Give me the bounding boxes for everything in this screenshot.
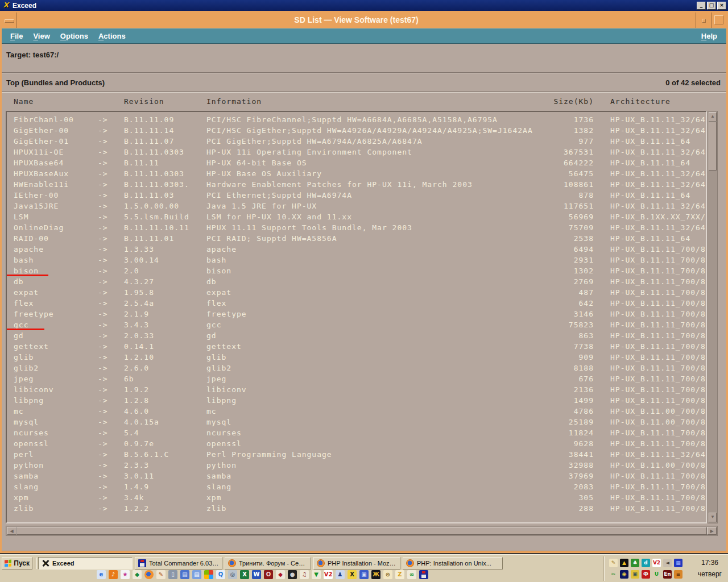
- red-diamond-icon[interactable]: ◆: [276, 570, 285, 579]
- table-row[interactable]: HPUXBaseAux->B.11.11.0303HP-UX Base OS A…: [7, 168, 706, 179]
- quicktime-icon[interactable]: Q: [216, 570, 225, 579]
- table-row[interactable]: apache->1.3.33apache6494HP-UX_B.11.11_70…: [7, 244, 706, 255]
- table-row[interactable]: freetype->2.1.9freetype3146HP-UX_B.11.11…: [7, 309, 706, 319]
- table-row[interactable]: ncurses->5.4ncurses11824HP-UX_B.11.11_70…: [7, 427, 706, 438]
- excel-icon[interactable]: X: [240, 570, 249, 579]
- task-total-commander[interactable]: Total Commander 6.03a ...: [135, 557, 222, 569]
- table-row[interactable]: bison->2.0bison1302HP-UX_B.11.11_700/80: [7, 265, 706, 276]
- notepad-icon[interactable]: ▤: [192, 570, 201, 579]
- sd-minimize-button[interactable]: [696, 13, 711, 28]
- menu-help[interactable]: Help: [701, 32, 726, 40]
- scroll-left-arrow-icon[interactable]: ◀: [7, 527, 16, 535]
- table-row[interactable]: xpm->3.4kxpm305HP-UX_B.11.11_700/80: [7, 492, 706, 503]
- table-row[interactable]: gd->2.0.33gd863HP-UX_B.11.11_700/80: [7, 330, 706, 341]
- folder-monitor-icon[interactable]: ▣: [631, 570, 639, 579]
- internet-explorer-icon[interactable]: e: [97, 570, 106, 579]
- window-app-icon[interactable]: ▣: [359, 570, 369, 579]
- table-row[interactable]: gettext->0.14.1gettext7738HP-UX_B.11.11_…: [7, 341, 706, 352]
- task-php-installation-unix[interactable]: PHP: Installation on Unix...: [403, 557, 503, 569]
- scroll-down-arrow-icon[interactable]: ▼: [709, 513, 717, 522]
- table-row[interactable]: openssl->0.9.7eopenssl9628HP-UX_B.11.11_…: [7, 438, 706, 449]
- user-icon[interactable]: ♟: [336, 570, 345, 579]
- table-row[interactable]: gcc->3.4.3gcc75823HP-UX_B.11.11_700/80: [7, 319, 706, 330]
- pencils-icon[interactable]: ✎: [156, 570, 166, 579]
- menu-options[interactable]: Options: [60, 32, 88, 40]
- green-arrow-icon[interactable]: ▼: [312, 570, 321, 579]
- display-icon[interactable]: ▦: [674, 559, 682, 567]
- menu-actions[interactable]: Actions: [98, 32, 126, 40]
- disc-camera-icon[interactable]: ●: [288, 570, 297, 579]
- u-launcher-icon[interactable]: U: [652, 570, 661, 579]
- menu-view[interactable]: View: [33, 32, 49, 40]
- table-row[interactable]: IEther-00->B.11.11.03PCI Ethernet;Supptd…: [7, 190, 706, 201]
- table-row[interactable]: libpng->1.2.8libpng1499HP-UX_B.11.11_700…: [7, 395, 706, 406]
- table-row[interactable]: perl->B.5.6.1.CPerl Programming Language…: [7, 449, 706, 460]
- emule-icon[interactable]: d: [642, 559, 650, 567]
- minimize-button[interactable]: _: [697, 2, 706, 10]
- scroll-right-arrow-icon[interactable]: ▶: [707, 527, 717, 535]
- pda-icon[interactable]: ▯: [168, 570, 177, 579]
- pinwheel-icon[interactable]: ★: [121, 570, 130, 579]
- firefox-icon[interactable]: [144, 570, 154, 579]
- table-row[interactable]: mysql->4.0.15amysql25189HP-UX_B.11.00_70…: [7, 417, 706, 427]
- color-squares-icon[interactable]: [204, 570, 213, 579]
- volume-icon[interactable]: ◄: [663, 559, 672, 567]
- table-row[interactable]: LSM->5.5.lsm.BuildLSM for HP-UX 10.XX an…: [7, 211, 706, 222]
- stylus-icon[interactable]: ✎: [609, 559, 618, 567]
- lang-indicator-icon[interactable]: En: [663, 570, 672, 579]
- notebook-icon[interactable]: ≡: [674, 570, 682, 579]
- table-row[interactable]: libiconv->1.9.2libiconv2136HP-UX_B.11.11…: [7, 384, 706, 395]
- vertical-scrollbar-thumb[interactable]: [709, 122, 717, 171]
- files-icon[interactable]: ▤: [180, 570, 189, 579]
- v2-viewer-icon[interactable]: V2: [652, 559, 661, 567]
- table-row[interactable]: FibrChanl-00->B.11.11.09PCI/HSC FibreCha…: [7, 114, 706, 125]
- scroll-up-arrow-icon[interactable]: ▲: [709, 112, 717, 122]
- table-row[interactable]: glib->1.2.10glib909HP-UX_B.11.11_700/80: [7, 352, 706, 363]
- table-row[interactable]: bash->3.00.14bash2931HP-UX_B.11.11_700/8…: [7, 255, 706, 265]
- table-row[interactable]: python->2.3.3python32988HP-UX_B.11.00_70…: [7, 460, 706, 471]
- green-diamond-icon[interactable]: ◆: [133, 570, 142, 579]
- table-row[interactable]: zlib->1.2.2zlib288HP-UX_B.11.11_700/80: [7, 503, 706, 514]
- table-row[interactable]: HPUXBase64->B.11.11HP-UX 64-bit Base OS6…: [7, 157, 706, 168]
- restore-button[interactable]: □: [707, 2, 716, 10]
- table-row[interactable]: mc->4.6.0mc4786HP-UX_B.11.00_700/80: [7, 406, 706, 417]
- opera-icon[interactable]: O: [264, 570, 273, 579]
- table-row[interactable]: samba->3.0.11samba37969HP-UX_B.11.11_700…: [7, 471, 706, 481]
- shoes-icon[interactable]: ∞: [407, 570, 416, 579]
- x-tool-icon[interactable]: X: [348, 570, 357, 579]
- butterfly-icon[interactable]: Ж: [371, 570, 380, 579]
- table-row[interactable]: expat->1.95.8expat487HP-UX_B.11.11_700/8…: [7, 287, 706, 298]
- task-exceed[interactable]: Exceed: [38, 557, 133, 569]
- horizontal-scrollbar[interactable]: ◀ ▶: [6, 526, 718, 536]
- table-row[interactable]: OnlineDiag->B.11.11.10.11HPUX 11.11 Supp…: [7, 222, 706, 233]
- radar-icon[interactable]: ◉: [620, 570, 628, 579]
- table-row[interactable]: db->4.3.27db2769HP-UX_B.11.11_700/80: [7, 276, 706, 287]
- table-row[interactable]: Java15JRE->1.5.0.00.00Java 1.5 JRE for H…: [7, 201, 706, 211]
- sd-window-titlebar[interactable]: SD List — View Software (test67): [2, 13, 726, 28]
- task-php-installation-mozilla[interactable]: PHP Installation - Mozilla ...: [313, 557, 400, 569]
- vertical-scrollbar[interactable]: ▲ ▼: [708, 111, 718, 523]
- media-player-icon[interactable]: ♪: [109, 570, 118, 579]
- clover-icon[interactable]: ♣: [631, 559, 639, 567]
- cut-tool-icon[interactable]: ✂: [609, 570, 618, 579]
- table-row[interactable]: GigEther-01->B.11.11.07PCI GigEther;Supp…: [7, 136, 706, 147]
- table-row[interactable]: HPUX11i-OE->B.11.11.0303HP-UX 11i Operat…: [7, 147, 706, 157]
- cd-burner-icon[interactable]: ◎: [228, 570, 237, 579]
- menu-file[interactable]: File: [10, 32, 23, 40]
- task-trinity-forum[interactable]: Тринити. Форум - Серв...: [225, 557, 311, 569]
- table-row[interactable]: flex->2.5.4aflex642HP-UX_B.11.11_700/80: [7, 298, 706, 309]
- close-button[interactable]: ×: [717, 2, 726, 10]
- table-row[interactable]: slang->1.4.9slang2083HP-UX_B.11.11_700/8…: [7, 481, 706, 492]
- table-row[interactable]: glib2->2.6.0glib28188HP-UX_B.11.11_700/8…: [7, 363, 706, 373]
- bat-icon[interactable]: ▲: [620, 559, 628, 567]
- horizontal-scrollbar-thumb[interactable]: [16, 527, 707, 535]
- audio-editor-icon[interactable]: ♫: [300, 570, 309, 579]
- exceed-window-titlebar[interactable]: X Exceed _ □ ×: [0, 0, 728, 11]
- word-icon[interactable]: W: [252, 570, 261, 579]
- lightning-icon[interactable]: Z: [395, 570, 404, 579]
- table-row[interactable]: HWEnable11i->B.11.11.0303.Hardware Enabl…: [7, 179, 706, 190]
- floppy-save-icon[interactable]: [419, 570, 428, 579]
- clock-icon[interactable]: ⊙: [383, 570, 392, 579]
- table-row[interactable]: RAID-00->B.11.11.01PCI RAID; Supptd HW=A…: [7, 233, 706, 244]
- start-button[interactable]: Пуск: [2, 557, 32, 569]
